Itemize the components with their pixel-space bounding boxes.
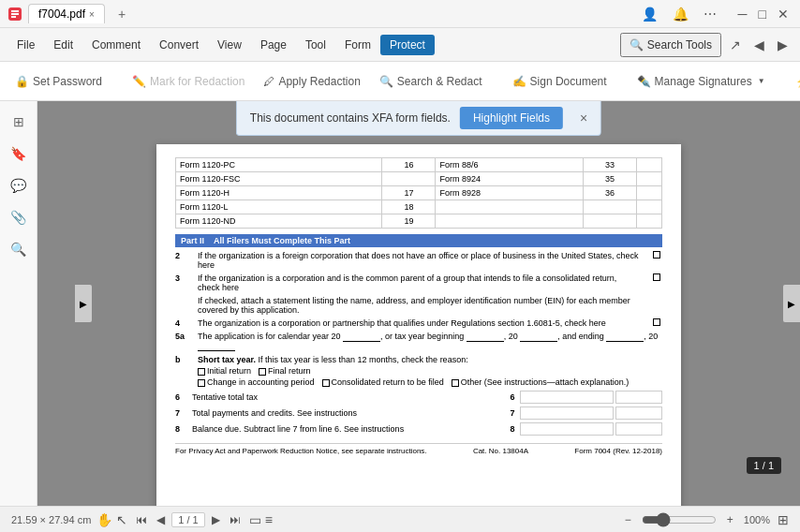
titlebar: f7004.pdf × + 👤 🔔 ⋯ ─ □ ✕: [0, 0, 800, 28]
table-cell: Form 1120-L: [176, 200, 382, 214]
sidebar-bookmarks-btn[interactable]: 🔖: [6, 140, 32, 167]
line-label-2: If the organization is a foreign corpora…: [198, 251, 647, 270]
page-current: 1: [178, 514, 184, 525]
checkbox-line3[interactable]: [653, 273, 660, 281]
zoom-out-btn[interactable]: −: [622, 512, 634, 527]
mark-redaction-btn[interactable]: ✏️ Mark for Redaction: [125, 71, 252, 92]
manage-sig-icon: ✒️: [637, 75, 651, 88]
table-cell: 35: [583, 172, 636, 186]
sidebar-left: ⊞ 🔖 💬 📎 🔍: [0, 101, 37, 506]
input-end[interactable]: [606, 332, 644, 342]
cursor-tools: ✋ ↖: [96, 512, 127, 527]
part2-header: Part II All Filers Must Complete This Pa…: [175, 234, 662, 247]
line-label-6: Tentative total tax: [192, 392, 505, 402]
zoom-in-btn[interactable]: +: [724, 512, 736, 527]
svg-rect-1: [11, 10, 19, 12]
checkbox-final-return[interactable]: Final return: [259, 366, 311, 376]
menu-item-file[interactable]: File: [7, 35, 44, 55]
manage-signatures-btn[interactable]: ✒️ Manage Signatures ▼: [630, 71, 773, 92]
back-btn[interactable]: ◀: [749, 36, 769, 54]
sign-document-btn[interactable]: ✍️ Sign Document: [505, 71, 615, 92]
menu-item-comment[interactable]: Comment: [82, 35, 150, 55]
checkbox-line2[interactable]: [653, 251, 660, 259]
input-end-year[interactable]: [198, 342, 235, 351]
page-indicator-text: 1 / 1: [754, 460, 774, 471]
search-tools-btn[interactable]: 🔍 Search Tools: [620, 33, 721, 57]
line-label-5a: The application is for calendar year 20 …: [198, 332, 662, 351]
statusbar: 21.59 × 27.94 cm ✋ ↖ ⏮ ◀ 1 / 1 ▶ ⏭ ▭ ≡ −…: [0, 506, 800, 532]
apply-redaction-label: Apply Redaction: [278, 75, 360, 88]
minimize-btn[interactable]: ─: [734, 5, 751, 23]
svg-rect-2: [11, 13, 19, 15]
file-tab[interactable]: f7004.pdf ×: [28, 4, 105, 23]
form-line-5b: b Short tax year. If this tax year is le…: [175, 355, 662, 387]
maximize-btn[interactable]: □: [755, 5, 770, 23]
next-page-btn[interactable]: ▶: [209, 512, 223, 527]
input-begin-year[interactable]: [520, 332, 557, 342]
pdf-viewer[interactable]: Form 1120-PC 16 Form 88/6 33 Form 1120-F…: [37, 101, 800, 506]
menu-item-page[interactable]: Page: [251, 35, 296, 55]
form-line-7: 7 Total payments and credits. See instru…: [175, 406, 662, 420]
table-cell: 18: [382, 200, 436, 214]
checkbox-consolidated[interactable]: Consolidated return to be filed: [322, 377, 444, 387]
continuous-page-btn[interactable]: ≡: [265, 512, 273, 527]
last-page-btn[interactable]: ⏭: [227, 512, 244, 527]
input-year[interactable]: [343, 332, 380, 342]
line-label-8: Balance due. Subtract line 7 from line 6…: [192, 424, 505, 434]
menu-item-edit[interactable]: Edit: [44, 35, 82, 55]
single-page-btn[interactable]: ▭: [249, 512, 261, 527]
form-line-2: 2 If the organization is a foreign corpo…: [175, 251, 662, 270]
checkbox-other[interactable]: Other (See instructions—attach explanati…: [452, 377, 630, 387]
table-cell: 16: [382, 158, 436, 172]
menu-item-protect[interactable]: Protect: [380, 35, 435, 55]
search-redact-btn[interactable]: 🔍 Search & Redact: [372, 71, 490, 92]
tab-close-btn[interactable]: ×: [89, 9, 95, 20]
more-options-btn[interactable]: ⋯: [699, 5, 721, 23]
table-cell: [637, 200, 662, 214]
prev-page-btn[interactable]: ◀: [154, 512, 168, 527]
input-begin[interactable]: [467, 332, 504, 342]
table-cell: Form 1120-FSC: [176, 172, 382, 186]
forward-btn[interactable]: ▶: [773, 36, 793, 54]
form-line-4: 4 The organization is a corporation or p…: [175, 318, 662, 328]
line-value-6b: [615, 391, 662, 404]
checkbox-change-accounting[interactable]: Change in accounting period: [198, 377, 315, 387]
electronic-btn[interactable]: ⚡ Electro...: [788, 71, 800, 92]
table-cell: [583, 200, 636, 214]
menu-item-convert[interactable]: Convert: [150, 35, 208, 55]
new-tab-btn[interactable]: +: [111, 4, 133, 24]
select-tool-btn[interactable]: ↖: [116, 512, 127, 527]
checkbox-initial-return[interactable]: Initial return: [198, 366, 251, 376]
highlight-fields-btn[interactable]: Highlight Fields: [460, 107, 563, 129]
checkbox-line4[interactable]: [653, 318, 660, 326]
menu-item-tool[interactable]: Tool: [296, 35, 335, 55]
first-page-btn[interactable]: ⏮: [133, 512, 150, 527]
set-password-btn[interactable]: 🔒 Set Password: [7, 71, 110, 92]
share-btn[interactable]: ↗: [725, 36, 746, 54]
window-controls: ─ □ ✕: [734, 5, 793, 23]
zoom-slider[interactable]: [642, 512, 717, 527]
apply-redaction-btn[interactable]: 🖊 Apply Redaction: [256, 71, 367, 92]
content-area: This document contains XFA form fields. …: [37, 101, 800, 506]
table-cell: [583, 214, 636, 229]
fit-page-btn[interactable]: ⊞: [778, 512, 789, 527]
search-icon: 🔍: [630, 38, 644, 52]
statusbar-right: − + 100% ⊞: [622, 512, 789, 527]
pdf-document: Form 1120-PC 16 Form 88/6 33 Form 1120-F…: [156, 144, 681, 506]
menu-item-view[interactable]: View: [208, 35, 251, 55]
hand-tool-btn[interactable]: ✋: [96, 512, 112, 527]
notifications-btn[interactable]: 🔔: [668, 5, 693, 23]
footer-right: Form 7004 (Rev. 12-2018): [574, 447, 662, 455]
page-layout-tools: ▭ ≡: [249, 512, 273, 527]
sidebar-attachments-btn[interactable]: 📎: [6, 204, 32, 230]
sidebar-comments-btn[interactable]: 💬: [6, 172, 32, 199]
xfa-close-btn[interactable]: ×: [580, 111, 587, 126]
sidebar-search-btn[interactable]: 🔍: [6, 236, 32, 262]
xfa-notification-bar: This document contains XFA form fields. …: [236, 101, 601, 136]
menu-item-form[interactable]: Form: [335, 35, 380, 55]
user-icon-btn[interactable]: 👤: [637, 5, 662, 23]
sidebar-pages-btn[interactable]: ⊞: [6, 109, 32, 135]
right-panel-arrow[interactable]: ▶: [783, 285, 800, 322]
xfa-message: This document contains XFA form fields.: [250, 111, 451, 125]
close-btn[interactable]: ✕: [774, 5, 793, 23]
